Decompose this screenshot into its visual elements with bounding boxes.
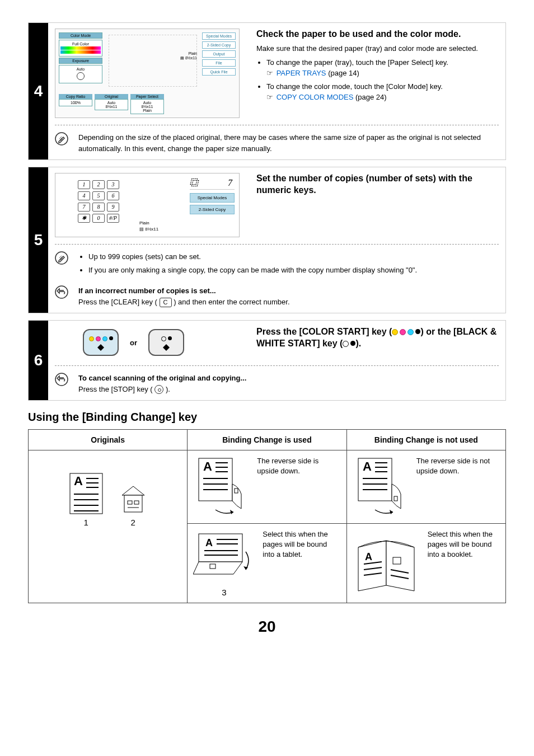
step-4-heading: Check the paper to be used and the color… [256,29,499,40]
originals-cell: A 1 [29,450,188,603]
step-6: 6 or Press the [COLOR START] [28,320,506,401]
step-6-heading: Press the [COLOR START] key () or the [B… [256,326,499,350]
step-number: 4 [29,23,48,159]
key-1[interactable]: 1 [78,180,90,189]
svg-point-3 [55,373,68,386]
color-start-button[interactable] [83,329,119,356]
step-5-note-1: Up to 999 copies (sets) can be set. [88,251,499,262]
step-6-body: or Press the [COLOR START] key () or the… [48,321,505,400]
key-6[interactable]: 6 [107,191,119,200]
step-number: 5 [29,167,48,313]
clear-key-icon: C [160,298,172,307]
step-5-body: 1 2 3 4 5 6 7 8 9 ✱ 0 #/P [48,167,505,313]
step-5-undo-text: Press the [CLEAR] key ( C ) and then ent… [78,297,499,308]
pencil-icon [55,251,68,265]
quick-file-button[interactable]: Quick File [202,68,236,76]
exposure-label: Exposure [59,58,102,64]
svg-text:A: A [365,551,372,562]
step-4-para: Make sure that the desired paper (tray) … [256,44,499,54]
used-bottom-cell: A 3 Select this when the pages will be b… [188,524,346,603]
svg-rect-14 [124,495,142,512]
key-9[interactable]: 9 [107,203,119,212]
svg-text:A: A [205,537,213,548]
bw-start-button[interactable] [148,329,184,356]
two-sided-copy-button[interactable]: 2-Sided Copy [190,205,235,214]
step-4-panel: Color Mode Full Color Exposure Auto [55,29,245,118]
step-5: 5 1 2 3 4 5 6 7 8 9 ✱ 0 [28,167,506,313]
or-label: or [130,339,137,347]
booklet-binding-icon: A [353,529,420,597]
key-5[interactable]: 5 [92,191,105,200]
copy-ratio-label: Copy Ratio [59,94,92,99]
notused-bottom-cell: A Select this when the pages will be bou… [346,524,505,603]
two-sided-copy-button[interactable]: 2-Sided Copy [202,41,236,49]
svg-text:A: A [74,474,83,488]
special-modes-button[interactable]: Special Modes [190,193,235,203]
binding-notused-notupside-icon: A [353,456,409,518]
key-4[interactable]: 4 [78,191,90,200]
start-buttons: or [55,326,245,359]
original-page-1-icon: A [69,473,103,514]
pointer-icon: ☞ [266,69,273,77]
svg-marker-27 [230,510,233,514]
output-button[interactable]: Output [202,50,236,58]
binding-used-upside-icon: A [193,456,249,518]
page-number: 20 [28,618,506,636]
step-4-body: Color Mode Full Color Exposure Auto [48,23,505,159]
exposure-button[interactable]: Auto [59,65,102,83]
notused-top-cell: A The reverse side is not upside down. [346,450,505,524]
step-5-undo-title: If an incorrect number of copies is set.… [78,285,499,297]
step-5-heading: Set the number of copies (number of sets… [256,173,499,196]
svg-text:A: A [203,459,212,473]
key-star[interactable]: ✱ [78,214,90,223]
binding-change-heading: Using the [Binding Change] key [28,411,506,424]
svg-text:A: A [363,459,372,473]
color-mode-label: Color Mode [59,32,102,39]
start-diamond-icon [97,341,104,348]
stop-key-icon [154,385,163,394]
binding-change-table: Originals Binding Change is used Binding… [28,429,506,603]
step-6-undo-text: Press the [STOP] key ( ). [78,384,499,395]
copy-ratio-button[interactable]: 100% [59,99,92,106]
key-7[interactable]: 7 [78,203,90,212]
paper-indicator: Plain ▤ 8½x11 [180,51,197,61]
color-mode-button[interactable]: Full Color [59,40,102,57]
col-not-used: Binding Change is not used [346,430,505,450]
svg-point-2 [55,286,68,298]
tablet-binding-icon: A [193,529,255,585]
key-0[interactable]: 0 [92,214,105,223]
svg-marker-13 [122,486,144,495]
col-used: Binding Change is used [188,430,346,450]
key-2[interactable]: 2 [92,180,105,189]
undo-icon [55,285,68,299]
start-diamond-icon [163,341,170,348]
step-number: 6 [29,321,48,400]
key-3[interactable]: 3 [107,180,119,189]
step-4-bullets: To change the paper (tray), touch the [P… [256,57,499,103]
step-5-note-2: If you are only making a single copy, th… [88,265,499,276]
svg-marker-37 [390,510,393,514]
step-5-panel: 1 2 3 4 5 6 7 8 9 ✱ 0 #/P [55,173,245,237]
step-6-undo-title: To cancel scanning of the original and c… [78,373,499,384]
step-4: 4 Color Mode Full Color Exposure Auto [28,22,506,160]
step-4-note: Depending on the size of the placed orig… [78,132,499,154]
copy-count-display: ⿻ 7 [190,178,235,190]
paper-select-label: Paper Select [130,94,164,99]
pointer-icon: ☞ [266,93,273,101]
col-originals: Originals [29,430,188,450]
paper-indicator: Plain ▤ 8½x11 [139,220,158,232]
numeric-keypad[interactable]: 1 2 3 4 5 6 7 8 9 ✱ 0 #/P [78,180,119,223]
undo-icon [55,373,68,386]
special-modes-button[interactable]: Special Modes [202,32,236,40]
file-button[interactable]: File [202,59,236,67]
pencil-icon [55,132,68,145]
copy-icon: ⿻ [190,178,199,188]
link-paper-trays[interactable]: PAPER TRAYS [277,69,329,77]
paper-select-button[interactable]: Auto 8½x11 Plain [130,99,164,114]
key-8[interactable]: 8 [92,203,105,212]
original-button[interactable]: Auto 8½x11 [95,99,128,110]
original-page-2-icon [120,485,147,514]
link-copy-color-modes[interactable]: COPY COLOR MODES [277,93,355,101]
used-top-cell: A The reverse si [188,450,346,524]
key-hash-p[interactable]: #/P [107,214,119,223]
